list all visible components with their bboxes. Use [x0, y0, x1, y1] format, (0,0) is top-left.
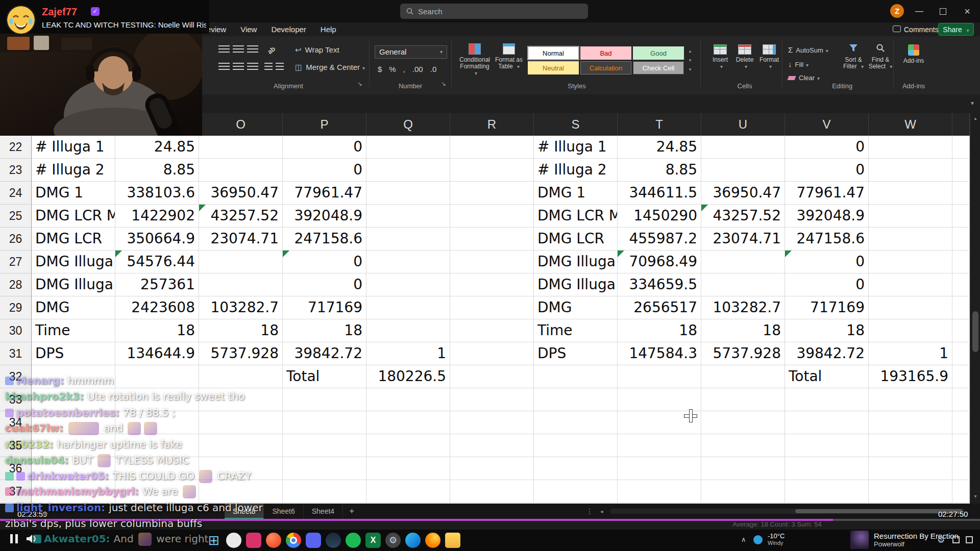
cell-U36[interactable] — [701, 457, 785, 480]
horizontal-scrollbar[interactable] — [610, 509, 965, 514]
cell-Q25[interactable] — [366, 205, 450, 228]
cell-Q35[interactable] — [366, 434, 450, 457]
cell-R31[interactable] — [450, 342, 534, 365]
cell-T35[interactable] — [618, 434, 701, 457]
cell-U25[interactable]: 43257.52 — [701, 205, 785, 228]
cell-N31[interactable]: 134644.9 — [115, 342, 199, 365]
taskbar-icon-browser-orange[interactable] — [266, 533, 281, 548]
row-header-28[interactable]: 28 — [0, 273, 32, 296]
col-header-Q[interactable]: Q — [366, 113, 450, 136]
cell-W32[interactable]: 193165.9 — [869, 365, 952, 388]
cell-P26[interactable]: 247158.6 — [283, 228, 366, 251]
cell-V35[interactable] — [785, 434, 869, 457]
cell-U29[interactable]: 103282.7 — [701, 296, 785, 319]
taskbar-icon-app-pink[interactable] — [246, 533, 261, 548]
tray-square-icon[interactable] — [966, 536, 973, 543]
cell-V24[interactable]: 77961.47 — [785, 182, 869, 205]
col-header-W[interactable]: W — [869, 113, 952, 136]
cell-N33[interactable] — [115, 388, 199, 411]
cell-U35[interactable] — [701, 434, 785, 457]
row-header-29[interactable]: 29 — [0, 296, 32, 319]
cell-X32[interactable] — [952, 365, 970, 388]
cell-N30[interactable]: 18 — [115, 319, 199, 342]
scroll-down-icon[interactable]: ▾ — [970, 493, 980, 499]
cell-V33[interactable] — [785, 388, 869, 411]
cell-N27[interactable]: 54576.44 — [115, 251, 199, 273]
alignment-dialog-launcher-icon[interactable]: ↘ — [357, 80, 362, 87]
cell-W29[interactable] — [869, 296, 952, 319]
cell-Q28[interactable] — [366, 273, 450, 296]
autosum-button[interactable]: ΣAutoSum▾ — [788, 45, 828, 54]
cell-T31[interactable]: 147584.3 — [618, 342, 701, 365]
cell-N36[interactable] — [115, 457, 199, 480]
cell-W25[interactable] — [869, 205, 952, 228]
horizontal-scroll-thumb[interactable] — [795, 509, 963, 513]
ribbon-tab-view[interactable]: View — [240, 22, 257, 36]
cell-O22[interactable] — [199, 136, 283, 159]
add-ins-button[interactable]: Add-ins — [899, 44, 928, 64]
cell-W26[interactable] — [869, 228, 952, 251]
cell-M22[interactable]: # Illuga 1 — [32, 136, 115, 159]
cell-style-normal[interactable]: Normal — [528, 46, 579, 60]
cell-Q27[interactable] — [366, 251, 450, 273]
cell-X34[interactable] — [952, 411, 970, 434]
cell-R27[interactable] — [450, 251, 534, 273]
cell-P28[interactable]: 0 — [283, 273, 366, 296]
row-header-31[interactable]: 31 — [0, 342, 32, 365]
cell-W36[interactable] — [869, 457, 952, 480]
cell-M32[interactable] — [32, 365, 115, 388]
cell-N22[interactable]: 24.85 — [115, 136, 199, 159]
row-header-34[interactable]: 34 — [0, 411, 32, 434]
cell-V32[interactable]: Total — [785, 365, 869, 388]
cell-R34[interactable] — [450, 411, 534, 434]
sort-filter-button[interactable]: Sort & Filter ▾ — [840, 43, 867, 70]
vertical-scroll-thumb[interactable] — [972, 311, 978, 352]
cell-P31[interactable]: 39842.72 — [283, 342, 366, 365]
cell-O24[interactable]: 36950.47 — [199, 182, 283, 205]
cell-M36[interactable] — [32, 457, 115, 480]
cell-U33[interactable] — [701, 388, 785, 411]
taskbar-icon-search[interactable] — [226, 533, 241, 548]
row-header-23[interactable]: 23 — [0, 159, 32, 182]
cell-V37[interactable] — [785, 480, 869, 503]
cell-R33[interactable] — [450, 388, 534, 411]
cell-P34[interactable] — [283, 411, 366, 434]
cell-R22[interactable] — [450, 136, 534, 159]
cell-N25[interactable]: 1422902 — [115, 205, 199, 228]
cell-U23[interactable] — [701, 159, 785, 182]
col-header-U[interactable]: U — [701, 113, 785, 136]
cell-O33[interactable] — [199, 388, 283, 411]
row-header-24[interactable]: 24 — [0, 182, 32, 205]
cell-W37[interactable] — [869, 480, 952, 503]
cell-N28[interactable]: 257361 — [115, 273, 199, 296]
fill-button[interactable]: ↓Fill▾ — [788, 60, 808, 68]
cell-T33[interactable] — [618, 388, 701, 411]
cell-W28[interactable] — [869, 273, 952, 296]
cell-N34[interactable] — [115, 411, 199, 434]
cell-X29[interactable] — [952, 296, 970, 319]
cell-T23[interactable]: 8.85 — [618, 159, 701, 182]
cell-O29[interactable]: 103282.7 — [199, 296, 283, 319]
taskbar-icon-start[interactable]: ⊞ — [206, 533, 222, 548]
delete-cells-button[interactable]: Delete▾ — [733, 44, 756, 70]
cell-O32[interactable] — [199, 365, 283, 388]
share-button[interactable]: Share ▾ — [938, 23, 974, 36]
cell-O37[interactable] — [199, 480, 283, 503]
cell-N23[interactable]: 8.85 — [115, 159, 199, 182]
cell-S24[interactable]: DMG 1 — [534, 182, 618, 205]
cell-U32[interactable] — [701, 365, 785, 388]
scroll-up-icon[interactable]: ▴ — [970, 115, 980, 121]
cell-Q31[interactable]: 1 — [366, 342, 450, 365]
cell-S30[interactable]: Time — [534, 319, 618, 342]
cell-X36[interactable] — [952, 457, 970, 480]
tab-overflow-icon[interactable]: ⋮ — [586, 504, 593, 519]
row-header-30[interactable]: 30 — [0, 319, 32, 342]
cell-X24[interactable] — [952, 182, 970, 205]
row-header-22[interactable]: 22 — [0, 136, 32, 159]
cell-N37[interactable] — [115, 480, 199, 503]
cell-S27[interactable]: DMG Illuga — [534, 251, 618, 273]
cell-M33[interactable] — [32, 388, 115, 411]
cell-R25[interactable] — [450, 205, 534, 228]
row-header-25[interactable]: 25 — [0, 205, 32, 228]
cell-S23[interactable]: # Illuga 2 — [534, 159, 618, 182]
